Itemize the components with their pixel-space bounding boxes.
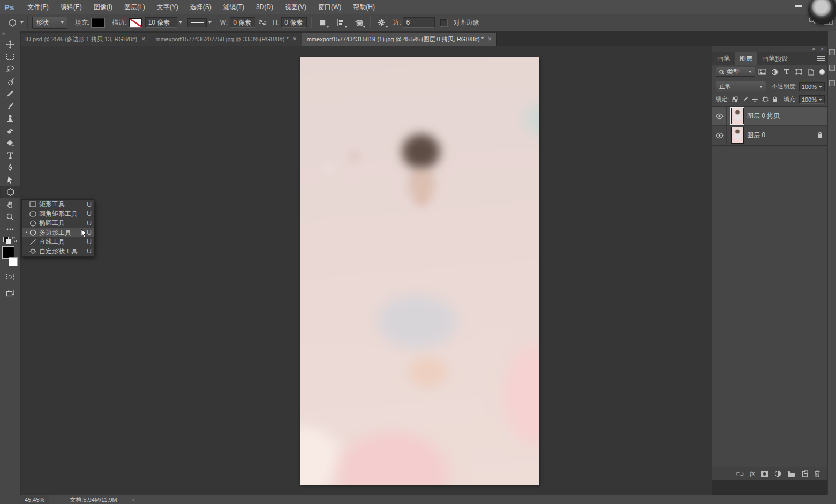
- link-layers-icon[interactable]: [736, 471, 744, 477]
- sides-field[interactable]: 6: [403, 17, 435, 28]
- document-image[interactable]: [300, 57, 539, 485]
- hand-tool[interactable]: [2, 198, 18, 210]
- stroke-width-caret-icon[interactable]: [179, 21, 182, 24]
- menu-select[interactable]: 选择(S): [184, 0, 217, 14]
- opacity-field[interactable]: 100%: [799, 82, 825, 91]
- flyout-item-custom-shape-tool[interactable]: 自定形状工具 U: [22, 247, 94, 257]
- collapsed-panel-icon[interactable]: [829, 65, 835, 71]
- tool-preset-caret-icon[interactable]: [20, 21, 24, 24]
- filter-type-layers-icon[interactable]: [781, 67, 792, 77]
- quick-mask-button[interactable]: [2, 270, 18, 283]
- layer-row-0[interactable]: 图层 0 拷贝: [712, 107, 828, 126]
- tool-mode-dropdown[interactable]: 形状: [32, 17, 67, 29]
- tool-preset-polygon-icon[interactable]: [5, 17, 19, 28]
- lock-transparency-icon[interactable]: [731, 95, 739, 104]
- menu-layer[interactable]: 图层(L): [118, 0, 151, 14]
- status-options-chevron[interactable]: ›: [132, 497, 134, 503]
- layer-thumbnail[interactable]: [731, 127, 744, 144]
- lock-image-icon[interactable]: [741, 95, 749, 104]
- foreground-background-colors[interactable]: [2, 247, 18, 266]
- tab-layers[interactable]: 图层: [735, 52, 757, 65]
- filter-type-dropdown[interactable]: 类型: [716, 67, 755, 77]
- flyout-item-ellipse-tool[interactable]: 椭圆工具 U: [22, 219, 94, 228]
- collapse-panels-icon[interactable]: «: [812, 46, 816, 52]
- quick-selection-tool[interactable]: [2, 75, 18, 87]
- filter-pixel-layers-icon[interactable]: [757, 67, 767, 77]
- move-tool[interactable]: [2, 38, 18, 50]
- collapsed-panel-strip[interactable]: [827, 31, 836, 504]
- close-panel-icon[interactable]: ×: [820, 46, 824, 52]
- edit-toolbar-button[interactable]: [2, 223, 18, 235]
- eyedropper-tool[interactable]: [2, 87, 18, 100]
- screen-mode-button[interactable]: [2, 287, 18, 299]
- adjustment-layer-icon[interactable]: [774, 470, 781, 477]
- menu-view[interactable]: 视图(V): [279, 0, 312, 14]
- toolbar-collapse-icon[interactable]: »: [0, 31, 22, 38]
- type-tool[interactable]: [2, 149, 18, 161]
- flyout-item-line-tool[interactable]: 直线工具 U: [22, 237, 94, 247]
- minimize-button[interactable]: [795, 5, 802, 7]
- fill-color-swatch[interactable]: [92, 18, 104, 27]
- layer-name[interactable]: 图层 0: [747, 131, 765, 140]
- menu-type[interactable]: 文字(Y): [151, 0, 184, 14]
- path-operations-icon[interactable]: [315, 17, 329, 28]
- tab-close-icon[interactable]: ×: [293, 35, 297, 43]
- collapsed-panel-icon[interactable]: [829, 49, 835, 55]
- default-and-swap-colors[interactable]: [2, 236, 18, 245]
- foreground-color-swatch[interactable]: [3, 247, 14, 258]
- lock-all-icon[interactable]: [771, 95, 779, 104]
- menu-filter[interactable]: 滤镜(T): [217, 0, 250, 14]
- gradient-tool[interactable]: [2, 137, 18, 149]
- new-group-icon[interactable]: [787, 471, 795, 477]
- menu-file[interactable]: 文件(F): [21, 0, 54, 14]
- menu-image[interactable]: 图像(I): [88, 0, 118, 14]
- filter-adjustment-layers-icon[interactable]: [770, 67, 780, 77]
- stroke-width-field[interactable]: 10 像素: [145, 17, 177, 28]
- eraser-tool[interactable]: [2, 124, 18, 137]
- stroke-type-caret-icon[interactable]: [208, 21, 212, 24]
- clone-stamp-tool[interactable]: [2, 112, 18, 124]
- menu-help[interactable]: 帮助(H): [347, 0, 381, 14]
- align-edges-checkbox[interactable]: [440, 19, 447, 26]
- menu-window[interactable]: 窗口(W): [312, 0, 347, 14]
- link-dimensions-icon[interactable]: [255, 17, 269, 28]
- swap-colors-icon[interactable]: [11, 236, 18, 243]
- layer-name[interactable]: 图层 0 拷贝: [747, 111, 780, 121]
- stroke-type-dropdown[interactable]: [187, 18, 207, 27]
- lock-position-icon[interactable]: [751, 95, 759, 104]
- filtering-toggle[interactable]: [819, 69, 825, 75]
- flyout-item-polygon-tool[interactable]: • 多边形工具 U: [22, 228, 94, 238]
- zoom-level-field[interactable]: 45.45%: [20, 495, 49, 504]
- fill-opacity-field[interactable]: 100%: [799, 95, 825, 104]
- path-selection-tool[interactable]: [2, 174, 18, 186]
- document-tab-1[interactable]: IU.psd @ 25% (多边形 1 拷贝 13, RGB/8#) ×: [20, 33, 150, 46]
- tab-close-icon[interactable]: ×: [141, 35, 145, 43]
- document-tab-3-active[interactable]: mmexport1577434315819 (1).jpg @ 45.5% (图…: [302, 33, 497, 46]
- menu-3d[interactable]: 3D(D): [250, 0, 279, 14]
- layer-row-1[interactable]: 图层 0: [712, 126, 828, 145]
- path-arrangement-icon[interactable]: [352, 17, 366, 28]
- filter-smart-objects-icon[interactable]: [806, 67, 816, 77]
- shape-width-field[interactable]: 0 像素: [230, 17, 255, 28]
- shape-height-field[interactable]: 0 像素: [281, 17, 307, 28]
- delete-layer-icon[interactable]: [814, 470, 820, 477]
- lasso-tool[interactable]: [2, 63, 18, 75]
- flyout-item-rectangle-tool[interactable]: 矩形工具 U: [22, 200, 94, 209]
- pen-tool[interactable]: [2, 161, 18, 174]
- filter-shape-layers-icon[interactable]: [794, 67, 804, 77]
- stroke-color-swatch[interactable]: [129, 18, 142, 27]
- menu-edit[interactable]: 编辑(E): [55, 0, 88, 14]
- layer-visibility-toggle[interactable]: [712, 126, 727, 145]
- blend-mode-dropdown[interactable]: 正常: [716, 81, 766, 92]
- zoom-tool[interactable]: [2, 210, 18, 223]
- shape-tool-selected[interactable]: [0, 186, 20, 198]
- canvas-area[interactable]: [20, 46, 712, 495]
- flyout-item-rounded-rectangle-tool[interactable]: 圆角矩形工具 U: [22, 209, 94, 219]
- document-tab-2[interactable]: mmexport1577436207758.jpg @ 33.3%(RGB/8#…: [150, 33, 302, 46]
- tab-close-icon[interactable]: ×: [488, 35, 492, 43]
- brush-tool[interactable]: [2, 100, 18, 112]
- rectangular-marquee-tool[interactable]: [2, 50, 18, 63]
- layer-style-icon[interactable]: fx: [750, 470, 755, 478]
- collapsed-panel-icon[interactable]: [829, 80, 835, 86]
- layer-thumbnail[interactable]: [731, 108, 744, 124]
